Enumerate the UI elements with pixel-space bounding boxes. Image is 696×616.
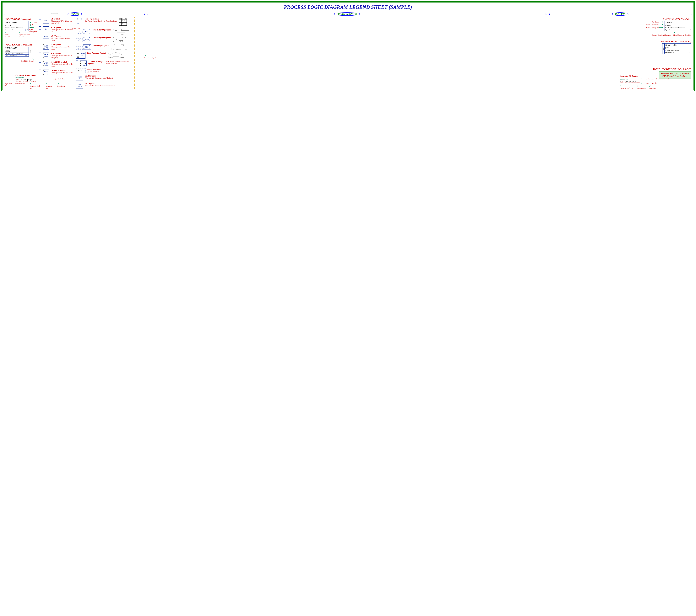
label-serial-link: ↗Serial Link Symbol [144, 54, 691, 59]
svg-text:IN: IN [113, 29, 114, 31]
limit-wave-icon: A Q Min Max [108, 52, 124, 58]
inner-frame: PROCESS LOGIC DIAGRAM LEGEND SHEET (SAMP… [2, 2, 694, 91]
diagram-title: PROCESS LOGIC DIAGRAM LEGEND SHEET (SAMP… [284, 4, 412, 10]
tof-symbol: T=120 Sec IN Q TOF PT ET Time Delay-Off … [76, 29, 133, 35]
arrow-left-icon: ◄ [146, 13, 149, 15]
svg-text:Max: Max [119, 55, 121, 56]
connector-to-icon: ▷ C2 41UZ-900 06 ▷ [620, 80, 640, 82]
ton-wave-icon: IN t Q t+PT [113, 37, 130, 43]
svg-text:t: t [114, 49, 114, 50]
not-symbol: NOT NOT Symbol(The output is negative of… [39, 35, 74, 42]
flipflop-truth-table: R1SQn 00Qn-1 011 100 110 [119, 18, 127, 26]
arrow-left-icon: ◄ [548, 13, 550, 15]
sum-symbol: ABSUM(A+B) SUM Symbol(The output is the … [39, 44, 74, 50]
output-condition: Failure Alarm = 1 [665, 51, 691, 53]
label-output-condition: ↗Output (Condition) Request [652, 32, 670, 36]
svg-text:t: t [114, 47, 115, 48]
and-symbol: & AND Symbol(The output is "1" if all in… [39, 27, 74, 33]
label-serial-link: ↖Serial Link Symbol [5, 58, 34, 62]
signal-condition: Low-Low Pressure = 0 [5, 54, 29, 56]
signal-description: Turbine Control Oil Pressure [5, 52, 29, 54]
connector-from-icon: ◁ C2 41UZ-900 06 ◁ [15, 79, 36, 81]
not-bubble-icon [49, 36, 50, 37]
signal-source: (ESD) [5, 50, 29, 52]
or-symbol: OR OR Symbol(The output is "1" if at lea… [39, 18, 74, 24]
output-hardwire-box: XY-3403 (FIELD) Fuel Gas To Burners Vent… [665, 21, 691, 31]
signal-source: (FIELD) [5, 24, 29, 27]
svg-text:A: A [108, 52, 109, 54]
arrow-left-icon: ◄ [4, 13, 6, 15]
label-signal-condition: ↖Signal Condition [5, 31, 16, 38]
svg-text:Q: Q [108, 56, 109, 58]
signal-condition: Low-Low-Pressure = 0 [5, 29, 29, 31]
section-header-row: ◄ INPUTS ► ◄ Inst Tools LOGICS IN SYSTEM… [2, 12, 694, 16]
label-signal-status: ↗Signal Status on Condition [673, 32, 691, 36]
watermark: Inst Tools [51, 12, 58, 14]
tag-name: PSLL-2004B [5, 21, 29, 24]
main-body: INPUT SIGNAL (Hardwire) PSLL-2004B (FIEL… [2, 16, 694, 90]
input-hardwire-box: PSLL-2004B (FIELD) Turbine Control Oil P… [5, 21, 29, 31]
tof-wave-icon: IN t Q t+PT [113, 29, 130, 35]
changeable-data-symbol: C= xxx Changeable Data(by Eng. Station) [76, 68, 133, 73]
output-hardwire-header: OUTPUT SIGNAL (Hardwire) [136, 18, 691, 20]
limit-symbol: A LIMIT Q ( > < ) Max Min Limit Function… [76, 52, 133, 59]
arrow-right-icon: ► [545, 13, 548, 15]
section-inputs: INPUTS [67, 12, 82, 16]
signal-destination: (ESD) [665, 47, 691, 49]
signal-description: Turbine Control Oil Pressure [5, 27, 29, 29]
serial-link-icon: LINK [29, 47, 31, 57]
section-outputs: OUTPUTS [612, 12, 629, 16]
svg-text:t: t [119, 31, 119, 32]
col-outputs: OUTPUT SIGNAL (Hardwire) Tag Name ──► Si… [135, 17, 692, 89]
arrow-right-icon: ► [144, 13, 146, 15]
input-serial-box: PSLL-2005B (ESD) Turbine Control Oil Pre… [5, 47, 29, 56]
output-condition: Open Command = 0 [665, 29, 691, 31]
svg-text:t+PT: t+PT [119, 41, 121, 43]
sub-symbol: ABSUB(A-B) SUB Symbol(The output is the … [39, 52, 74, 59]
input-serial-header: INPUT SIGNAL (Serial Link) [5, 44, 37, 46]
signal-description: XV-3403 Closing Fail [665, 49, 691, 51]
svg-text:Q: Q [113, 40, 114, 42]
svg-text:t+PT: t+PT [121, 34, 124, 35]
preset-time-box: T=120 Sec [76, 31, 83, 34]
tp2-wave-icon: IN t Q t t+PT [111, 44, 128, 50]
svg-text:Q: Q [111, 48, 112, 50]
svg-text:Min: Min [111, 57, 113, 58]
tag-name: XY-3403 [665, 21, 691, 24]
connector-from-group: Connector From Logics ESD/EDP TRIP ◁ C2 … [4, 74, 65, 89]
connector-to-group: Connector To Logics ESD/EDP TRIP ▷ C2 41… [620, 75, 675, 89]
output-serial-header: OUTPUT SIGNAL (Serial Link) [136, 40, 691, 43]
outer-frame: PROCESS LOGIC DIAGRAM LEGEND SHEET (SAMP… [1, 1, 695, 91]
col-timing-ops: S Q R1 Flip-Flop Symbol(Set-Reset Memory… [75, 17, 135, 89]
tag-name: XZAC-3403 [665, 44, 691, 47]
title-bar: PROCESS LOGIC DIAGRAM LEGEND SHEET (SAMP… [2, 2, 694, 12]
serial-link-icon: LINK [662, 44, 665, 54]
svg-text:IN: IN [111, 45, 112, 46]
svg-text:Q: Q [113, 33, 114, 34]
svg-text:IN: IN [113, 37, 114, 38]
section-logics: LOGICS IN SYSTEM [333, 12, 361, 16]
svg-text:t+PT: t+PT [116, 49, 118, 50]
output-serial-box: XZAC-3403 (ESD) XV-3403 Closing Fail Fai… [665, 44, 691, 53]
voting-symbol: A B Z C 2oo3 2 Out Of 3 Voting Symbol (T… [76, 61, 133, 66]
mul-symbol: ABMUL(A*B) MULYIPLY Symbol(The output is… [39, 61, 74, 67]
credit-link: InstrumentationTools.com [136, 67, 691, 71]
arrow-right-icon: ► [690, 13, 692, 15]
ton-symbol: T=120 Sec IN Q TON PT ET Time Delay-On S… [76, 37, 133, 43]
signal-destination: (FIELD) [665, 24, 691, 27]
svg-text:t: t [116, 39, 117, 40]
tp2-symbol: T=120 Sec IN Q TP2 PT ET Pulse Output Sy… [76, 44, 133, 50]
signal-description: Fuel Gas To Burners Vent Valve [665, 27, 691, 29]
flipflop-symbol: S Q R1 Flip-Flop Symbol(Set-Reset Memory… [76, 18, 133, 26]
sqrt-symbol: SQRT√ SQRT Symbol(The output is the squa… [76, 75, 133, 81]
tag-name: PSLL-2005B [5, 47, 29, 50]
input-hardwire-header: INPUT SIGNAL (Hardwire) [5, 18, 37, 20]
abs-symbol: ABS± → + ABS Symbol(The output is the ab… [76, 83, 133, 88]
